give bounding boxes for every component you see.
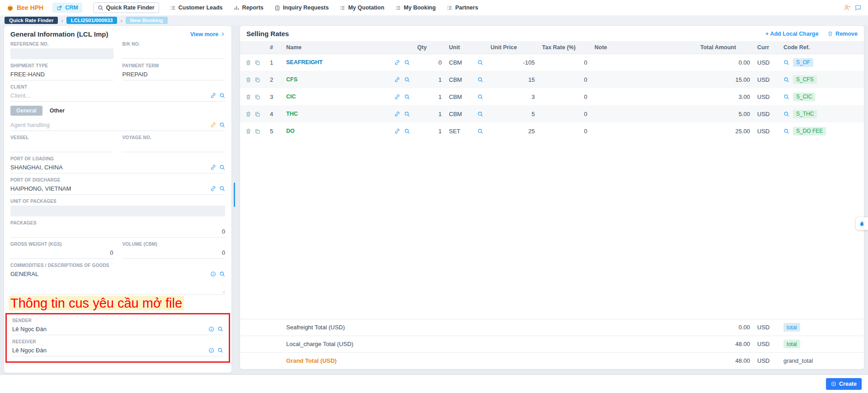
link-icon[interactable] bbox=[210, 164, 216, 170]
bk-no-input[interactable] bbox=[123, 48, 226, 57]
qty-cell[interactable]: 1 bbox=[414, 71, 445, 88]
search-icon[interactable] bbox=[477, 111, 483, 117]
qty-cell[interactable]: 1 bbox=[414, 122, 445, 140]
add-user-icon[interactable] bbox=[844, 4, 851, 11]
search-icon[interactable] bbox=[404, 111, 410, 117]
search-icon[interactable] bbox=[783, 60, 789, 66]
vessel-input[interactable] bbox=[10, 142, 113, 150]
search-icon[interactable] bbox=[217, 347, 223, 353]
unit-price-cell[interactable]: -105 bbox=[487, 54, 538, 71]
search-icon[interactable] bbox=[783, 111, 789, 117]
add-local-charge-button[interactable]: + Add Local Charge bbox=[765, 31, 818, 37]
resize-handle[interactable] bbox=[221, 289, 225, 294]
nav-partners[interactable]: Partners bbox=[447, 5, 478, 11]
copy-row-icon[interactable] bbox=[255, 111, 260, 117]
view-more-link[interactable]: View more bbox=[190, 31, 225, 37]
unit-price-cell[interactable]: 5 bbox=[487, 105, 538, 122]
info-icon[interactable] bbox=[210, 271, 216, 277]
nav-reports[interactable]: Reports bbox=[234, 5, 264, 11]
gross-weight-input[interactable] bbox=[10, 248, 113, 257]
search-icon[interactable] bbox=[783, 77, 789, 83]
charge-name[interactable]: DO bbox=[286, 128, 295, 134]
reference-no-input[interactable] bbox=[14, 50, 110, 58]
note-cell[interactable] bbox=[591, 122, 697, 140]
search-icon[interactable] bbox=[477, 94, 483, 100]
chat-icon[interactable] bbox=[854, 4, 862, 11]
search-icon[interactable] bbox=[219, 164, 225, 170]
search-icon[interactable] bbox=[219, 122, 225, 128]
copy-row-icon[interactable] bbox=[255, 60, 260, 66]
link-icon[interactable] bbox=[210, 122, 216, 128]
create-button[interactable]: Create bbox=[826, 378, 862, 390]
breadcrumb-quotation-number[interactable]: LCLI2501/000933 bbox=[66, 17, 118, 24]
info-icon[interactable] bbox=[208, 326, 214, 332]
unit-cell[interactable]: SET bbox=[449, 128, 460, 135]
tax-rate-cell[interactable]: 0 bbox=[538, 54, 591, 71]
payment-term-input[interactable] bbox=[123, 70, 226, 79]
search-icon[interactable] bbox=[404, 94, 410, 100]
delete-row-icon[interactable] bbox=[245, 111, 251, 117]
charge-name[interactable]: SEAFREIGHT bbox=[286, 59, 323, 66]
charge-name[interactable]: CIC bbox=[286, 94, 296, 100]
search-icon[interactable] bbox=[477, 60, 483, 66]
search-icon[interactable] bbox=[477, 77, 483, 83]
breadcrumb-new-booking[interactable]: New Booking bbox=[126, 17, 168, 24]
search-icon[interactable] bbox=[219, 93, 225, 98]
qty-cell[interactable]: 1 bbox=[414, 88, 445, 105]
link-icon[interactable] bbox=[394, 77, 400, 83]
unit-cell[interactable]: CBM bbox=[449, 59, 462, 66]
floating-widget[interactable] bbox=[856, 217, 868, 230]
tab-other[interactable]: Other bbox=[50, 108, 65, 114]
delete-row-icon[interactable] bbox=[245, 128, 251, 134]
charge-name[interactable]: THC bbox=[286, 111, 298, 117]
client-input[interactable] bbox=[10, 91, 207, 100]
nav-inquiry-requests[interactable]: Inquiry Requests bbox=[274, 5, 329, 11]
breadcrumb-quick-rate-finder[interactable]: Quick Rate Finder bbox=[5, 17, 58, 24]
copy-row-icon[interactable] bbox=[255, 94, 260, 100]
remove-button[interactable]: Remove bbox=[827, 31, 858, 37]
nav-my-quotation[interactable]: My Quotation bbox=[340, 5, 384, 11]
delete-row-icon[interactable] bbox=[245, 60, 251, 66]
tab-general[interactable]: General bbox=[10, 106, 42, 116]
search-icon[interactable] bbox=[219, 271, 225, 277]
unit-cell[interactable]: CBM bbox=[449, 111, 462, 117]
receiver-input[interactable] bbox=[12, 346, 205, 355]
link-icon[interactable] bbox=[394, 94, 400, 100]
voyage-no-input[interactable] bbox=[123, 142, 226, 150]
search-icon[interactable] bbox=[404, 60, 410, 66]
search-icon[interactable] bbox=[783, 94, 789, 100]
link-icon[interactable] bbox=[394, 60, 400, 66]
note-cell[interactable] bbox=[591, 88, 697, 105]
tax-rate-cell[interactable]: 0 bbox=[538, 105, 591, 122]
shipment-type-input[interactable] bbox=[10, 70, 113, 79]
link-icon[interactable] bbox=[210, 93, 216, 98]
search-icon[interactable] bbox=[404, 128, 410, 134]
unit-of-packages-input[interactable] bbox=[14, 207, 222, 215]
nav-quick-rate-finder[interactable]: Quick Rate Finder bbox=[93, 2, 159, 13]
sender-input[interactable] bbox=[12, 325, 205, 333]
tax-rate-cell[interactable]: 0 bbox=[538, 88, 591, 105]
commodities-textarea[interactable]: GENERAL bbox=[10, 270, 225, 295]
nav-crm[interactable]: CRM bbox=[52, 3, 82, 13]
info-icon[interactable] bbox=[208, 347, 214, 353]
nav-customer-leads[interactable]: Customer Leads bbox=[170, 5, 223, 11]
delete-row-icon[interactable] bbox=[245, 94, 251, 100]
search-icon[interactable] bbox=[783, 128, 789, 134]
unit-price-cell[interactable]: 25 bbox=[487, 122, 538, 140]
copy-row-icon[interactable] bbox=[255, 77, 260, 83]
qty-cell[interactable]: 1 bbox=[414, 105, 445, 122]
note-cell[interactable] bbox=[591, 105, 697, 122]
tax-rate-cell[interactable]: 0 bbox=[538, 71, 591, 88]
unit-cell[interactable]: CBM bbox=[449, 94, 462, 100]
volume-input[interactable] bbox=[123, 248, 226, 257]
link-icon[interactable] bbox=[394, 111, 400, 117]
link-icon[interactable] bbox=[394, 128, 400, 134]
packages-input[interactable] bbox=[10, 227, 225, 236]
note-cell[interactable] bbox=[591, 71, 697, 88]
search-icon[interactable] bbox=[217, 326, 223, 332]
copy-row-icon[interactable] bbox=[255, 128, 260, 134]
qty-cell[interactable]: 0 bbox=[414, 54, 445, 71]
agent-handling-input[interactable] bbox=[10, 121, 207, 129]
brand[interactable]: Bee HPH bbox=[6, 4, 43, 12]
tax-rate-cell[interactable]: 0 bbox=[538, 122, 591, 140]
